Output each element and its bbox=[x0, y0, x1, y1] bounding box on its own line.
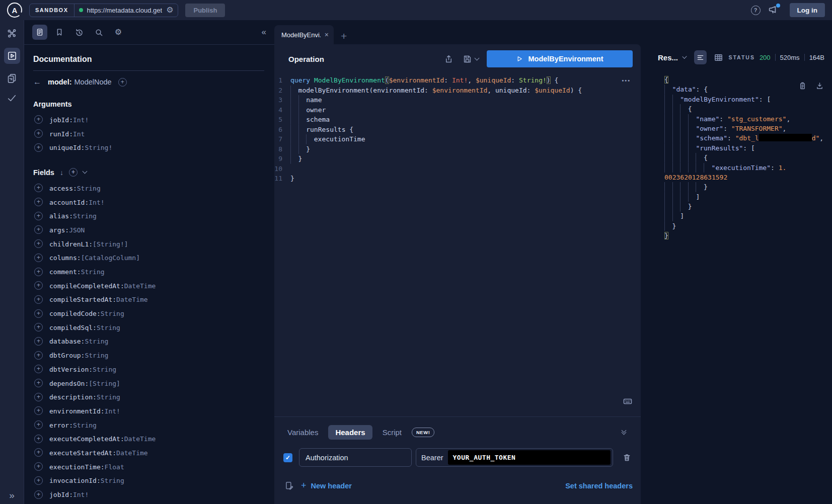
checklist-icon[interactable] bbox=[7, 93, 17, 103]
delete-header-icon[interactable] bbox=[622, 453, 632, 462]
add-field-icon[interactable] bbox=[34, 309, 43, 318]
add-field-icon[interactable] bbox=[34, 421, 43, 429]
add-field-icon[interactable] bbox=[34, 476, 43, 485]
field-type: String bbox=[85, 352, 108, 359]
table-view-toggle-icon[interactable] bbox=[714, 53, 723, 62]
documentation-tab-icon[interactable] bbox=[32, 25, 47, 40]
add-field-icon[interactable] bbox=[34, 323, 43, 331]
code-line: 4 owner bbox=[274, 105, 641, 115]
add-argument-icon[interactable] bbox=[34, 129, 43, 138]
add-field-icon[interactable] bbox=[34, 254, 43, 262]
explorer-operations-icon[interactable] bbox=[4, 48, 20, 64]
endpoint-url[interactable]: https://metadata.cloud.get bbox=[87, 7, 163, 14]
collapse-doc-panel-icon[interactable] bbox=[262, 27, 266, 37]
response-title[interactable]: Res... bbox=[658, 53, 678, 62]
header-key-input[interactable] bbox=[299, 448, 412, 467]
add-field-icon[interactable] bbox=[34, 212, 43, 220]
operation-tab[interactable]: ModelByEnvi... bbox=[274, 25, 334, 44]
header-presets-icon[interactable] bbox=[284, 481, 294, 490]
bookmark-icon[interactable] bbox=[52, 25, 67, 40]
query-editor[interactable]: 1 query ModelByEnvironment($environmentI… bbox=[274, 75, 641, 184]
add-field-icon[interactable] bbox=[34, 365, 43, 373]
field-name: environmentId: bbox=[49, 407, 105, 415]
add-field-icon[interactable] bbox=[34, 239, 43, 248]
tab-variables[interactable]: Variables bbox=[283, 425, 322, 440]
endpoint-url-section[interactable]: https://metadata.cloud.get bbox=[74, 6, 178, 14]
chevron-down-icon[interactable] bbox=[82, 169, 87, 174]
share-operation-icon[interactable] bbox=[444, 54, 453, 64]
header-enabled-checkbox[interactable] bbox=[283, 453, 292, 462]
field-row: executeStartedAt:DateTime bbox=[33, 446, 264, 460]
expand-rail-icon[interactable] bbox=[0, 490, 24, 501]
auth-token-field[interactable]: YOUR_AUTH_TOKEN bbox=[448, 450, 611, 465]
copy-response-icon[interactable] bbox=[798, 81, 807, 90]
close-tab-icon[interactable] bbox=[325, 31, 329, 39]
response-dropdown-chevron-icon[interactable] bbox=[682, 54, 687, 58]
response-json-line: "runResults": [ bbox=[664, 143, 832, 153]
field-name: compiledCode: bbox=[49, 310, 101, 317]
set-shared-headers-button[interactable]: Set shared headers bbox=[565, 482, 633, 490]
doc-settings-gear-icon[interactable] bbox=[111, 25, 126, 40]
add-argument-icon[interactable] bbox=[34, 143, 43, 152]
new-feature-badge: NEW! bbox=[412, 428, 434, 437]
keyboard-shortcuts-icon[interactable] bbox=[623, 396, 633, 406]
add-field-icon[interactable] bbox=[34, 198, 43, 206]
tab-script[interactable]: Script bbox=[379, 425, 406, 440]
add-field-icon[interactable] bbox=[34, 379, 43, 387]
sort-fields-icon[interactable] bbox=[60, 169, 63, 177]
line-number: 1 bbox=[274, 75, 290, 86]
tab-headers[interactable]: Headers bbox=[328, 425, 372, 440]
collapse-panel-icon[interactable] bbox=[622, 431, 631, 434]
endpoint-pill: SANDBOX https://metadata.cloud.get bbox=[29, 4, 178, 17]
history-icon[interactable] bbox=[71, 25, 87, 40]
save-operation-icon[interactable] bbox=[463, 54, 472, 64]
sandbox-collections-icon[interactable] bbox=[7, 73, 17, 83]
run-operation-button[interactable]: ModelByEnvironment bbox=[487, 50, 633, 67]
add-field-icon[interactable] bbox=[34, 490, 43, 499]
add-field-icon[interactable] bbox=[34, 268, 43, 276]
notification-dot bbox=[776, 4, 780, 8]
field-row: executeCompletedAt:DateTime bbox=[33, 432, 264, 446]
add-field-icon[interactable] bbox=[34, 337, 43, 346]
add-model-icon[interactable] bbox=[118, 78, 127, 87]
schema-graph-icon[interactable] bbox=[7, 28, 17, 39]
search-icon[interactable] bbox=[91, 25, 106, 40]
response-json-line: { bbox=[664, 104, 832, 114]
operation-tab-title[interactable]: ModelByEnvi... bbox=[281, 31, 321, 39]
save-options-chevron-icon[interactable] bbox=[475, 55, 480, 60]
editor-options-icon[interactable] bbox=[622, 77, 631, 83]
add-field-icon[interactable] bbox=[34, 462, 43, 471]
add-field-icon[interactable] bbox=[34, 393, 43, 401]
add-field-icon[interactable] bbox=[34, 225, 43, 234]
add-all-fields-icon[interactable] bbox=[69, 168, 78, 177]
response-json-line: "owner": "TRANSFORMER", bbox=[664, 124, 832, 133]
back-arrow-icon[interactable] bbox=[33, 77, 41, 87]
formatted-view-toggle-icon[interactable] bbox=[694, 50, 707, 64]
doc-breadcrumb: model:ModelNode bbox=[33, 77, 264, 87]
announcements-megaphone-icon[interactable] bbox=[768, 4, 780, 16]
add-field-icon[interactable] bbox=[34, 184, 43, 192]
add-field-icon[interactable] bbox=[34, 448, 43, 457]
field-type: Int! bbox=[105, 407, 120, 415]
field-type: [String!] bbox=[93, 240, 128, 248]
help-icon[interactable] bbox=[751, 6, 761, 15]
add-field-icon[interactable] bbox=[34, 406, 43, 415]
field-row: dbtVersion:String bbox=[33, 362, 264, 376]
add-field-icon[interactable] bbox=[34, 281, 43, 290]
field-text: database:String bbox=[49, 337, 108, 346]
add-argument-icon[interactable] bbox=[34, 115, 43, 124]
new-header-button[interactable]: New header bbox=[301, 480, 352, 491]
download-response-icon[interactable] bbox=[815, 81, 824, 90]
response-size: 164B bbox=[809, 54, 824, 61]
add-field-icon[interactable] bbox=[34, 295, 43, 304]
save-operation-group bbox=[463, 54, 479, 64]
new-tab-icon[interactable] bbox=[341, 31, 347, 41]
header-value-field[interactable]: Bearer YOUR_AUTH_TOKEN bbox=[416, 448, 613, 467]
endpoint-settings-gear-icon[interactable] bbox=[166, 6, 173, 14]
field-name: accountId: bbox=[49, 199, 89, 206]
response-duration: 520ms bbox=[780, 54, 800, 61]
add-field-icon[interactable] bbox=[34, 351, 43, 360]
login-button[interactable]: Log in bbox=[790, 3, 825, 17]
publish-button[interactable]: Publish bbox=[185, 4, 225, 17]
add-field-icon[interactable] bbox=[34, 435, 43, 443]
